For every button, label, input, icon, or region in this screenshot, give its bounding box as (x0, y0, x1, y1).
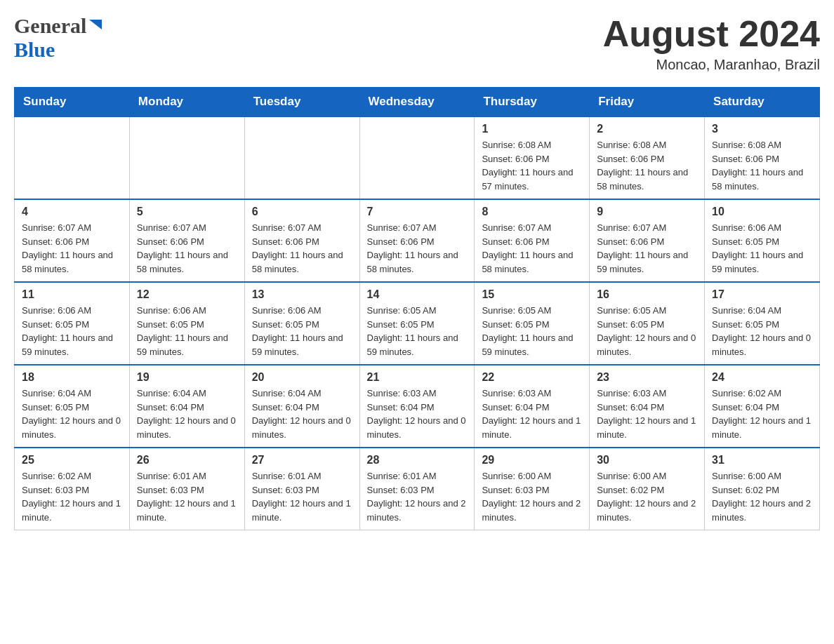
day-sun-info: Sunrise: 6:03 AMSunset: 6:04 PMDaylight:… (482, 387, 582, 441)
calendar-cell: 12Sunrise: 6:06 AMSunset: 6:05 PMDayligh… (129, 282, 244, 365)
logo: General Blue (14, 14, 103, 62)
day-number: 5 (137, 206, 237, 218)
month-title: August 2024 (603, 14, 820, 54)
day-number: 13 (252, 288, 352, 301)
col-tuesday: Tuesday (244, 88, 359, 117)
calendar-cell: 15Sunrise: 6:05 AMSunset: 6:05 PMDayligh… (475, 282, 590, 365)
day-sun-info: Sunrise: 6:01 AMSunset: 6:03 PMDaylight:… (137, 469, 237, 524)
day-number: 1 (482, 123, 582, 135)
logo-general-text: General (14, 14, 86, 38)
calendar-cell: 13Sunrise: 6:06 AMSunset: 6:05 PMDayligh… (244, 282, 359, 365)
day-number: 15 (482, 288, 582, 301)
day-sun-info: Sunrise: 6:05 AMSunset: 6:05 PMDaylight:… (597, 304, 697, 358)
day-number: 10 (712, 206, 812, 218)
day-sun-info: Sunrise: 6:01 AMSunset: 6:03 PMDaylight:… (252, 469, 352, 524)
calendar-cell: 2Sunrise: 6:08 AMSunset: 6:06 PMDaylight… (590, 116, 705, 199)
calendar-cell: 22Sunrise: 6:03 AMSunset: 6:04 PMDayligh… (475, 365, 590, 448)
calendar-cell: 27Sunrise: 6:01 AMSunset: 6:03 PMDayligh… (244, 448, 359, 530)
day-sun-info: Sunrise: 6:08 AMSunset: 6:06 PMDaylight:… (712, 138, 812, 193)
calendar-cell: 4Sunrise: 6:07 AMSunset: 6:06 PMDaylight… (15, 199, 130, 282)
calendar-cell: 5Sunrise: 6:07 AMSunset: 6:06 PMDaylight… (129, 199, 244, 282)
day-sun-info: Sunrise: 6:07 AMSunset: 6:06 PMDaylight:… (137, 221, 237, 276)
day-sun-info: Sunrise: 6:07 AMSunset: 6:06 PMDaylight:… (22, 221, 122, 276)
day-sun-info: Sunrise: 6:06 AMSunset: 6:05 PMDaylight:… (252, 304, 352, 358)
day-sun-info: Sunrise: 6:05 AMSunset: 6:05 PMDaylight:… (367, 304, 468, 358)
day-number: 14 (367, 288, 468, 301)
day-sun-info: Sunrise: 6:04 AMSunset: 6:05 PMDaylight:… (712, 304, 812, 358)
day-number: 27 (252, 454, 352, 467)
title-section: August 2024 Moncao, Maranhao, Brazil (603, 14, 820, 73)
calendar-cell: 23Sunrise: 6:03 AMSunset: 6:04 PMDayligh… (590, 365, 705, 448)
calendar-cell: 3Sunrise: 6:08 AMSunset: 6:06 PMDaylight… (705, 116, 820, 199)
day-number: 8 (482, 206, 582, 218)
col-wednesday: Wednesday (359, 88, 475, 117)
calendar-cell: 14Sunrise: 6:05 AMSunset: 6:05 PMDayligh… (359, 282, 475, 365)
day-number: 21 (367, 371, 468, 384)
calendar-cell: 20Sunrise: 6:04 AMSunset: 6:04 PMDayligh… (244, 365, 359, 448)
calendar-cell: 19Sunrise: 6:04 AMSunset: 6:04 PMDayligh… (129, 365, 244, 448)
page-header: General Blue August 2024 Moncao, Maranha… (14, 14, 820, 73)
calendar-week-row-1: 1Sunrise: 6:08 AMSunset: 6:06 PMDaylight… (15, 116, 820, 199)
calendar-week-row-5: 25Sunrise: 6:02 AMSunset: 6:03 PMDayligh… (15, 448, 820, 530)
calendar-week-row-4: 18Sunrise: 6:04 AMSunset: 6:05 PMDayligh… (15, 365, 820, 448)
day-number: 16 (597, 288, 697, 301)
day-sun-info: Sunrise: 6:04 AMSunset: 6:05 PMDaylight:… (22, 387, 122, 441)
col-friday: Friday (590, 88, 705, 117)
day-sun-info: Sunrise: 6:07 AMSunset: 6:06 PMDaylight:… (367, 221, 468, 276)
calendar-week-row-2: 4Sunrise: 6:07 AMSunset: 6:06 PMDaylight… (15, 199, 820, 282)
day-number: 4 (22, 206, 122, 218)
calendar-header-row: Sunday Monday Tuesday Wednesday Thursday… (15, 88, 820, 117)
day-number: 11 (22, 288, 122, 301)
day-sun-info: Sunrise: 6:06 AMSunset: 6:05 PMDaylight:… (137, 304, 237, 358)
day-number: 22 (482, 371, 582, 384)
calendar-cell: 25Sunrise: 6:02 AMSunset: 6:03 PMDayligh… (15, 448, 130, 530)
calendar-cell (15, 116, 130, 199)
day-sun-info: Sunrise: 6:00 AMSunset: 6:02 PMDaylight:… (712, 469, 812, 524)
svg-marker-0 (89, 20, 102, 29)
day-sun-info: Sunrise: 6:07 AMSunset: 6:06 PMDaylight:… (597, 221, 697, 276)
day-sun-info: Sunrise: 6:02 AMSunset: 6:03 PMDaylight:… (22, 469, 122, 524)
calendar-week-row-3: 11Sunrise: 6:06 AMSunset: 6:05 PMDayligh… (15, 282, 820, 365)
day-number: 2 (597, 123, 697, 135)
day-number: 26 (137, 454, 237, 467)
day-sun-info: Sunrise: 6:01 AMSunset: 6:03 PMDaylight:… (367, 469, 468, 524)
calendar-cell: 29Sunrise: 6:00 AMSunset: 6:03 PMDayligh… (475, 448, 590, 530)
logo-blue-text: Blue (14, 38, 55, 61)
calendar-cell: 16Sunrise: 6:05 AMSunset: 6:05 PMDayligh… (590, 282, 705, 365)
calendar-cell: 18Sunrise: 6:04 AMSunset: 6:05 PMDayligh… (15, 365, 130, 448)
calendar-cell: 8Sunrise: 6:07 AMSunset: 6:06 PMDaylight… (475, 199, 590, 282)
logo-triangle-icon (88, 17, 103, 32)
day-number: 30 (597, 454, 697, 467)
day-sun-info: Sunrise: 6:06 AMSunset: 6:05 PMDaylight:… (22, 304, 122, 358)
day-number: 3 (712, 123, 812, 135)
day-sun-info: Sunrise: 6:08 AMSunset: 6:06 PMDaylight:… (597, 138, 697, 193)
calendar-table: Sunday Monday Tuesday Wednesday Thursday… (14, 87, 820, 530)
col-saturday: Saturday (705, 88, 820, 117)
calendar-cell: 21Sunrise: 6:03 AMSunset: 6:04 PMDayligh… (359, 365, 475, 448)
calendar-cell: 9Sunrise: 6:07 AMSunset: 6:06 PMDaylight… (590, 199, 705, 282)
day-number: 31 (712, 454, 812, 467)
day-number: 25 (22, 454, 122, 467)
day-number: 9 (597, 206, 697, 218)
day-number: 19 (137, 371, 237, 384)
day-sun-info: Sunrise: 6:00 AMSunset: 6:02 PMDaylight:… (597, 469, 697, 524)
col-monday: Monday (129, 88, 244, 117)
col-thursday: Thursday (475, 88, 590, 117)
day-number: 29 (482, 454, 582, 467)
day-sun-info: Sunrise: 6:00 AMSunset: 6:03 PMDaylight:… (482, 469, 582, 524)
day-sun-info: Sunrise: 6:08 AMSunset: 6:06 PMDaylight:… (482, 138, 582, 193)
day-number: 23 (597, 371, 697, 384)
day-number: 12 (137, 288, 237, 301)
day-number: 28 (367, 454, 468, 467)
calendar-cell: 7Sunrise: 6:07 AMSunset: 6:06 PMDaylight… (359, 199, 475, 282)
day-number: 6 (252, 206, 352, 218)
calendar-cell: 10Sunrise: 6:06 AMSunset: 6:05 PMDayligh… (705, 199, 820, 282)
day-number: 24 (712, 371, 812, 384)
calendar-cell (244, 116, 359, 199)
calendar-cell: 26Sunrise: 6:01 AMSunset: 6:03 PMDayligh… (129, 448, 244, 530)
day-number: 17 (712, 288, 812, 301)
day-sun-info: Sunrise: 6:04 AMSunset: 6:04 PMDaylight:… (252, 387, 352, 441)
day-number: 20 (252, 371, 352, 384)
calendar-cell: 17Sunrise: 6:04 AMSunset: 6:05 PMDayligh… (705, 282, 820, 365)
day-sun-info: Sunrise: 6:07 AMSunset: 6:06 PMDaylight:… (482, 221, 582, 276)
